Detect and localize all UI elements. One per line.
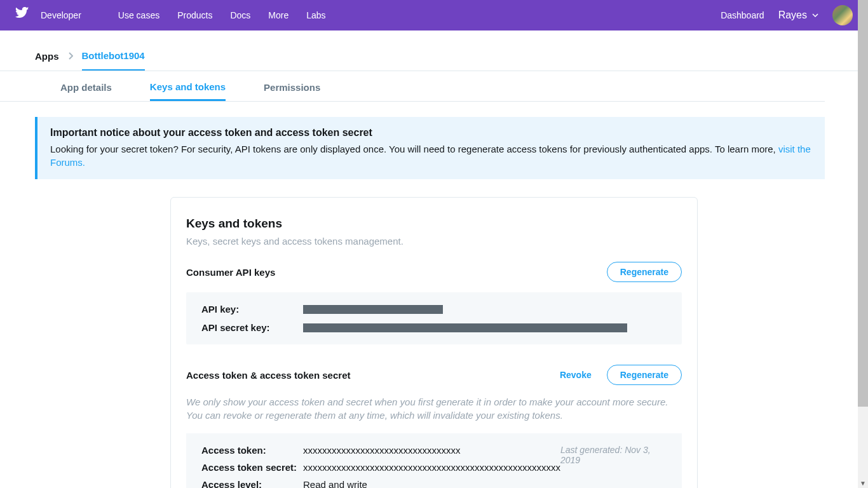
access-secret-value: xxxxxxxxxxxxxxxxxxxxxxxxxxxxxxxxxxxxxxxx… <box>303 462 560 473</box>
breadcrumb-apps[interactable]: Apps <box>35 51 59 71</box>
access-tokens-box: Access token: xxxxxxxxxxxxxxxxxxxxxxxxxx… <box>186 433 682 488</box>
api-secret-label: API secret key: <box>201 322 303 333</box>
tab-app-details[interactable]: App details <box>60 82 112 101</box>
access-level-row: Access level: Read and write <box>201 479 560 488</box>
tab-permissions[interactable]: Permissions <box>264 82 320 101</box>
regenerate-access-button[interactable]: Regenerate <box>607 365 682 385</box>
user-menu[interactable]: Rayes <box>778 10 818 21</box>
api-key-label: API key: <box>201 304 303 315</box>
card-subtitle: Keys, secret keys and access tokens mana… <box>186 236 682 247</box>
last-generated: Last generated: Nov 3, 2019 <box>560 445 667 465</box>
notice-text: Looking for your secret token? For secur… <box>50 144 778 154</box>
nav-docs[interactable]: Docs <box>230 10 250 20</box>
access-level-value: Read and write <box>303 479 367 488</box>
keys-card: Keys and tokens Keys, secret keys and ac… <box>170 197 698 488</box>
regenerate-consumer-button[interactable]: Regenerate <box>607 262 682 282</box>
api-key-value-redacted <box>303 305 443 314</box>
scroll-down-icon[interactable]: ▼ <box>860 480 866 487</box>
breadcrumb: Apps Bottlebot1904 <box>35 50 145 71</box>
consumer-section-header: Consumer API keys Regenerate <box>186 262 682 282</box>
nav-developer[interactable]: Developer <box>41 10 81 20</box>
api-key-row: API key: <box>201 304 667 315</box>
revoke-link[interactable]: Revoke <box>560 370 592 380</box>
card-title: Keys and tokens <box>186 217 682 231</box>
access-secret-row: Access token secret: xxxxxxxxxxxxxxxxxxx… <box>201 462 560 473</box>
notice-title: Important notice about your access token… <box>50 127 812 139</box>
avatar[interactable] <box>832 5 853 25</box>
nav-labs[interactable]: Labs <box>306 10 325 20</box>
twitter-logo-icon <box>15 7 29 24</box>
access-token-row: Access token: xxxxxxxxxxxxxxxxxxxxxxxxxx… <box>201 445 560 456</box>
tab-row: App details Keys and tokens Permissions <box>0 71 825 102</box>
api-secret-value-redacted <box>303 323 627 332</box>
consumer-keys-box: API key: API secret key: <box>186 292 682 344</box>
access-title: Access token & access token secret <box>186 370 350 381</box>
top-nav: Developer Use cases Products Docs More L… <box>0 0 868 30</box>
nav-products[interactable]: Products <box>177 10 212 20</box>
breadcrumb-app-name[interactable]: Bottlebot1904 <box>82 50 145 71</box>
api-secret-row: API secret key: <box>201 322 667 333</box>
breadcrumb-bar: Apps Bottlebot1904 <box>0 41 868 71</box>
scrollbar[interactable]: ▲ ▼ <box>858 0 868 488</box>
access-note: We only show your access token and secre… <box>186 395 682 422</box>
nav-usecases[interactable]: Use cases <box>118 10 159 20</box>
access-token-label: Access token: <box>201 445 303 456</box>
nav-dashboard[interactable]: Dashboard <box>721 10 764 20</box>
chevron-down-icon <box>812 10 818 21</box>
access-secret-label: Access token secret: <box>201 462 303 473</box>
nav-more[interactable]: More <box>268 10 288 20</box>
notice-banner: Important notice about your access token… <box>35 117 825 179</box>
chevron-right-icon <box>68 51 73 71</box>
access-section-header: Access token & access token secret Revok… <box>186 365 682 385</box>
tab-keys-and-tokens[interactable]: Keys and tokens <box>150 81 226 101</box>
consumer-title: Consumer API keys <box>186 267 275 278</box>
scroll-thumb[interactable] <box>858 0 868 407</box>
access-level-label: Access level: <box>201 479 303 488</box>
notice-body: Looking for your secret token? For secur… <box>50 142 812 169</box>
access-token-value: xxxxxxxxxxxxxxxxxxxxxxxxxxxxxxxxx <box>303 445 461 456</box>
user-name: Rayes <box>778 10 807 21</box>
